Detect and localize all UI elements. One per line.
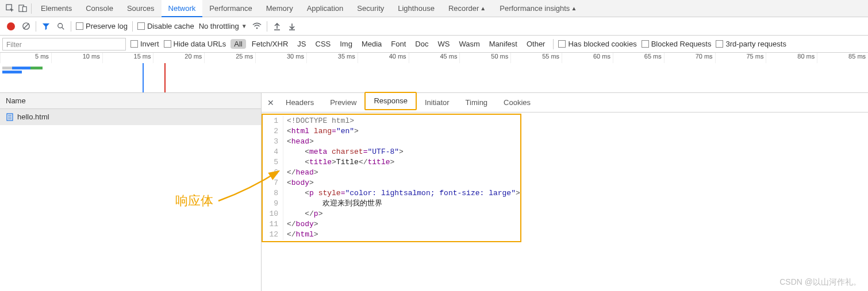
- code-content: 欢迎来到我的世界: [283, 199, 382, 209]
- disable-cache-label: Disable cache: [147, 22, 194, 30]
- request-name: hello.html: [17, 109, 49, 125]
- search-icon[interactable]: [56, 21, 66, 32]
- watermark: CSDN @以山河作礼。: [779, 277, 861, 288]
- close-icon[interactable]: ✕: [264, 98, 278, 107]
- preview-badge-icon: ▲: [480, 5, 486, 11]
- detail-tab-preview[interactable]: Preview: [322, 93, 364, 112]
- has-blocked-cookies-label: Has blocked cookies: [568, 40, 636, 48]
- invert-checkbox[interactable]: Invert: [130, 40, 159, 48]
- tab-security[interactable]: Security: [350, 0, 391, 17]
- tab-memory[interactable]: Memory: [259, 0, 300, 17]
- tab-application[interactable]: Application: [300, 0, 351, 17]
- network-toolbar: Preserve log Disable cache No throttling…: [0, 17, 868, 36]
- preserve-log-label: Preserve log: [86, 22, 128, 30]
- type-filter-other[interactable]: Other: [523, 39, 549, 49]
- has-blocked-cookies-checkbox[interactable]: Has blocked cookies: [558, 40, 636, 48]
- blocked-requests-label: Blocked Requests: [651, 40, 712, 48]
- type-filter-font[interactable]: Font: [387, 39, 409, 49]
- record-button[interactable]: [6, 21, 16, 32]
- clear-icon[interactable]: [21, 21, 31, 32]
- timeline-tick: 80 ms: [766, 53, 817, 63]
- type-filter-css[interactable]: CSS: [312, 39, 335, 49]
- request-list-header[interactable]: Name: [0, 93, 261, 109]
- timeline-overview[interactable]: 5 ms10 ms15 ms20 ms25 ms30 ms35 ms40 ms4…: [0, 53, 868, 93]
- code-content: <title>Title</title>: [283, 157, 394, 168]
- line-number: 10: [263, 209, 283, 219]
- separator: [132, 21, 133, 32]
- tab-console[interactable]: Console: [79, 0, 120, 17]
- code-line: 12</html>: [263, 230, 520, 240]
- third-party-checkbox[interactable]: 3rd-party requests: [716, 40, 786, 48]
- filter-input[interactable]: Filter: [2, 38, 126, 51]
- invert-label: Invert: [140, 40, 159, 48]
- tab-performance-insights[interactable]: Performance insights▲: [493, 0, 583, 17]
- blocked-requests-checkbox[interactable]: Blocked Requests: [642, 40, 712, 48]
- timeline-tick: 60 ms: [562, 53, 613, 63]
- svg-line-4: [23, 24, 28, 29]
- type-filter-js[interactable]: JS: [294, 39, 309, 49]
- preserve-log-checkbox[interactable]: Preserve log: [76, 22, 128, 30]
- detail-tab-initiator[interactable]: Initiator: [417, 93, 458, 112]
- code-content: <html lang="en">: [283, 126, 359, 137]
- type-filter-doc[interactable]: Doc: [412, 39, 432, 49]
- timeline-tick: 25 ms: [204, 53, 255, 63]
- separator: [267, 21, 267, 32]
- timeline-tick: 55 ms: [510, 53, 562, 63]
- tab-sources[interactable]: Sources: [120, 0, 162, 17]
- filter-placeholder: Filter: [6, 41, 22, 49]
- type-filter-wasm[interactable]: Wasm: [455, 39, 483, 49]
- detail-tab-headers[interactable]: Headers: [278, 93, 322, 112]
- type-filter-ws[interactable]: WS: [434, 39, 453, 49]
- filter-icon[interactable]: [41, 21, 51, 32]
- request-row[interactable]: hello.html: [0, 109, 261, 125]
- detail-tab-cookies[interactable]: Cookies: [496, 93, 539, 112]
- detail-panel: ✕ HeadersPreviewResponseInitiatorTimingC…: [262, 93, 868, 291]
- svg-point-5: [58, 23, 63, 28]
- detail-tab-timing[interactable]: Timing: [458, 93, 496, 112]
- timeline-tick: 75 ms: [715, 53, 766, 63]
- tab-recorder[interactable]: Recorder▲: [441, 0, 493, 17]
- disable-cache-checkbox[interactable]: Disable cache: [137, 22, 194, 30]
- code-line: 7<body>: [263, 178, 520, 188]
- code-line: 8 <p style="color: lightsalmon; font-siz…: [263, 188, 520, 199]
- throttling-select[interactable]: No throttling ▼: [199, 22, 247, 30]
- tab-lighthouse[interactable]: Lighthouse: [391, 0, 441, 17]
- timeline-tick: 50 ms: [459, 53, 510, 63]
- type-filter-img[interactable]: Img: [336, 39, 356, 49]
- tab-network[interactable]: Network: [162, 0, 203, 17]
- hide-data-urls-label: Hide data URLs: [174, 40, 226, 48]
- tab-elements[interactable]: Elements: [34, 0, 79, 17]
- line-number: 1: [263, 116, 283, 126]
- timeline-tick: 35 ms: [306, 53, 358, 63]
- svg-point-7: [256, 27, 258, 29]
- wifi-icon[interactable]: [252, 21, 262, 32]
- line-number: 11: [263, 219, 283, 230]
- type-filter-fetch-xhr[interactable]: Fetch/XHR: [248, 39, 292, 49]
- code-content: </html>: [283, 230, 318, 240]
- separator: [36, 21, 36, 32]
- hide-data-urls-checkbox[interactable]: Hide data URLs: [164, 40, 226, 48]
- type-filter-manifest[interactable]: Manifest: [486, 39, 521, 49]
- inspect-icon[interactable]: [3, 4, 16, 13]
- response-body[interactable]: 1<!DOCTYPE html>2<html lang="en">3<head>…: [262, 114, 521, 242]
- upload-icon[interactable]: [272, 21, 282, 32]
- code-line: 10 </p>: [263, 209, 520, 219]
- line-number: 4: [263, 147, 283, 157]
- code-content: <head>: [283, 137, 314, 147]
- detail-tab-response[interactable]: Response: [364, 92, 417, 110]
- type-filter-media[interactable]: Media: [358, 39, 385, 49]
- code-line: 11</body>: [263, 219, 520, 230]
- code-line: 1<!DOCTYPE html>: [263, 116, 520, 126]
- download-icon[interactable]: [287, 21, 297, 32]
- svg-rect-2: [22, 7, 26, 11]
- tab-performance[interactable]: Performance: [202, 0, 259, 17]
- device-toggle-icon[interactable]: [16, 4, 29, 13]
- type-filter-all[interactable]: All: [231, 39, 245, 49]
- chevron-down-icon: ▼: [241, 23, 247, 29]
- code-content: <body>: [283, 178, 314, 188]
- code-line: 5 <title>Title</title>: [263, 157, 520, 168]
- preview-badge-icon: ▲: [571, 5, 577, 11]
- detail-tab-bar: ✕ HeadersPreviewResponseInitiatorTimingC…: [262, 93, 868, 112]
- third-party-label: 3rd-party requests: [725, 40, 786, 48]
- timeline-tick: 20 ms: [153, 53, 204, 63]
